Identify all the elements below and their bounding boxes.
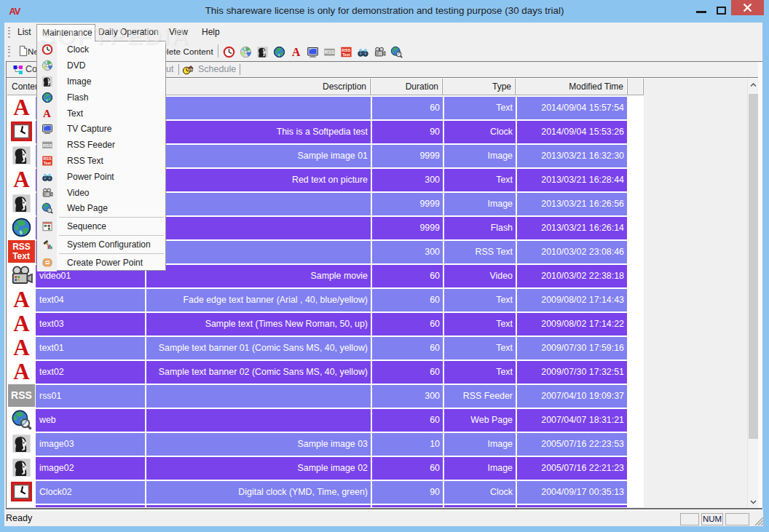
cell-description: Sample image 01 bbox=[146, 145, 371, 167]
text-type-icon: A bbox=[13, 288, 29, 311]
menu-item-system-configuration[interactable]: System Configuration bbox=[37, 237, 165, 253]
toolbar-web-page-button[interactable] bbox=[388, 45, 405, 58]
menu-item-web-page[interactable]: Web Page bbox=[37, 201, 165, 217]
cell-modified-time: 2013/03/21 16:26:14 bbox=[517, 217, 627, 239]
power-point-icon bbox=[357, 46, 369, 58]
rss-feeder-type-icon: RSS bbox=[8, 384, 35, 407]
cell-duration: 300 bbox=[372, 169, 443, 191]
menu-daily-operation[interactable]: Daily Operation bbox=[93, 24, 164, 40]
maximize-button[interactable] bbox=[711, 0, 731, 15]
svg-text:RSS: RSS bbox=[325, 49, 335, 55]
toolbar-separator bbox=[218, 44, 218, 57]
table-row[interactable]: image02Sample image 0260Image2005/07/16 … bbox=[7, 456, 644, 480]
menu-item-tv-capture[interactable]: TV Capture bbox=[37, 122, 165, 138]
menu-help[interactable]: Help bbox=[197, 24, 225, 40]
toolbar-rss-text-button[interactable]: RSSText bbox=[338, 45, 355, 58]
toolbar-image-button[interactable] bbox=[254, 45, 271, 58]
menubar-grip[interactable] bbox=[8, 26, 10, 38]
menu-maintenance-open[interactable]: Maintenance bbox=[36, 24, 95, 41]
menu-item-create-power-point[interactable]: Create Power Point bbox=[37, 255, 165, 271]
table-row-partial[interactable] bbox=[7, 504, 644, 507]
cell-type: Image bbox=[444, 145, 516, 167]
resize-grip[interactable] bbox=[754, 517, 764, 526]
table-row[interactable]: RSSrss01300RSS Feeder2007/04/10 19:09:37 bbox=[7, 384, 644, 408]
header-duration[interactable]: Duration bbox=[371, 79, 443, 95]
video-type-icon bbox=[9, 263, 33, 287]
dvd-icon bbox=[240, 46, 252, 58]
cell-modified-time: 2005/07/16 22:21:23 bbox=[517, 457, 627, 480]
menu-item-rss-feeder[interactable]: RSSRSS Feeder bbox=[37, 137, 165, 153]
cell-type: Image bbox=[444, 457, 516, 480]
menu-view[interactable]: View bbox=[164, 24, 193, 40]
header-type[interactable]: Type bbox=[443, 79, 516, 95]
menu-list[interactable]: List bbox=[12, 24, 36, 40]
cell-modified-time: 2010/03/02 22:38:18 bbox=[517, 265, 627, 287]
scroll-up-arrow[interactable] bbox=[748, 79, 759, 91]
toolbar-grip[interactable] bbox=[8, 45, 10, 57]
header-modified-time[interactable]: Modified Time bbox=[516, 79, 628, 95]
toolbar-clock-button[interactable] bbox=[221, 45, 237, 58]
schedule-icon bbox=[182, 64, 194, 79]
cell-duration: 60 bbox=[372, 265, 443, 287]
cell-partial bbox=[372, 505, 443, 507]
table-row[interactable]: Atext02Sample text banner 02 (Comic Sans… bbox=[7, 360, 644, 384]
cell-name: text01 bbox=[36, 337, 145, 360]
flash-icon bbox=[273, 46, 285, 58]
header-extra[interactable] bbox=[628, 79, 644, 95]
text-type-icon: A bbox=[13, 96, 29, 119]
menu-item-image[interactable]: Image bbox=[37, 74, 165, 90]
svg-text:Text: Text bbox=[342, 52, 350, 56]
svg-text:Text: Text bbox=[44, 161, 51, 165]
sitemap-icon bbox=[12, 64, 24, 79]
table-row[interactable]: Atext04Fade edge text banner (Arial , 40… bbox=[7, 287, 644, 311]
menu-item-rss-text[interactable]: RSSTextRSS Text bbox=[37, 153, 165, 169]
cell-name: text02 bbox=[36, 361, 145, 384]
row-type-icon-cell bbox=[7, 143, 36, 167]
header-description[interactable]: Description bbox=[145, 79, 371, 95]
cell-duration: 9999 bbox=[372, 217, 443, 239]
menu-item-clock[interactable]: Clock bbox=[37, 42, 165, 58]
cell-duration: 60 bbox=[372, 337, 443, 360]
toolbar-rss-feeder-button[interactable]: RSS bbox=[321, 45, 338, 58]
menu-item-video[interactable]: Video bbox=[37, 185, 165, 201]
table-row[interactable]: Atext01Sample text banner 01 (Comic Sans… bbox=[7, 336, 644, 360]
cell-modified-time: 2013/03/21 16:32:30 bbox=[517, 145, 627, 167]
row-type-icon-cell: RSS bbox=[7, 384, 36, 408]
cell-duration: 9999 bbox=[372, 193, 443, 215]
application-window: AV This shareware license is only for de… bbox=[0, 0, 769, 532]
cell-type: Clock bbox=[444, 121, 516, 143]
tab-schedule[interactable]: Schedule bbox=[198, 62, 236, 77]
minimize-button[interactable] bbox=[691, 0, 711, 15]
toolbar-text-button[interactable]: A bbox=[288, 45, 304, 58]
toolbar-dvd-button[interactable] bbox=[237, 45, 254, 58]
close-button[interactable] bbox=[731, 0, 764, 15]
clock-icon bbox=[223, 46, 235, 58]
video-icon bbox=[37, 187, 57, 199]
table-row[interactable]: image03Sample image 0310Image2005/07/16 … bbox=[7, 432, 644, 456]
toolbar-video-button[interactable] bbox=[371, 45, 388, 58]
menu-item-flash[interactable]: Flash bbox=[37, 90, 165, 106]
image-icon bbox=[256, 46, 269, 58]
toolbar-tv-capture-button[interactable] bbox=[304, 45, 321, 58]
table-row[interactable]: Clock02Digital clock (YMD, Time, green)9… bbox=[7, 480, 644, 504]
image-type-icon bbox=[12, 194, 31, 213]
title-bar[interactable]: AV This shareware license is only for de… bbox=[0, 0, 769, 23]
menu-separator bbox=[59, 217, 164, 218]
scroll-down-arrow[interactable] bbox=[748, 496, 759, 508]
row-type-icon-cell bbox=[7, 263, 36, 287]
table-row[interactable]: web60Web Page2007/04/07 18:31:21 bbox=[7, 408, 644, 432]
scrollbar-thumb[interactable] bbox=[749, 94, 758, 439]
menu-item-sequence[interactable]: Sequence bbox=[37, 218, 165, 234]
menu-item-dvd[interactable]: DVD bbox=[37, 57, 165, 74]
svg-text:RSS: RSS bbox=[42, 143, 52, 148]
cell-modified-time: 2007/04/10 19:09:37 bbox=[517, 385, 627, 408]
menu-item-label: Web Page bbox=[57, 203, 108, 213]
vertical-scrollbar[interactable] bbox=[747, 79, 758, 508]
menu-item-power-point[interactable]: Power Point bbox=[37, 169, 165, 185]
toolbar-flash-button[interactable] bbox=[271, 45, 288, 58]
table-row[interactable]: Atext03Sample text (Times New Roman, 50,… bbox=[7, 311, 644, 336]
cell-type: Clock bbox=[444, 481, 516, 504]
toolbar-power-point-button[interactable] bbox=[355, 45, 371, 58]
cell-name: text04 bbox=[36, 289, 145, 311]
menu-item-text[interactable]: AText bbox=[37, 106, 165, 122]
